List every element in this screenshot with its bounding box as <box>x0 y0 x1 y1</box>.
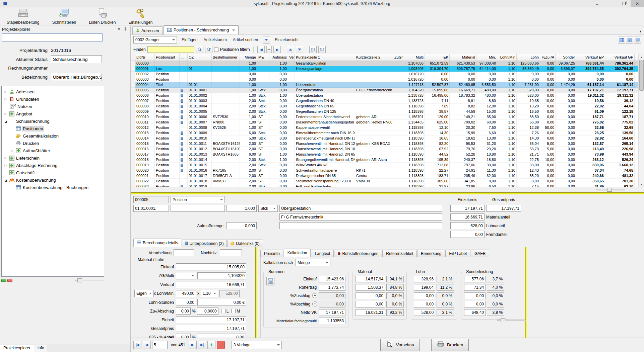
einfuegen-button[interactable]: Einfügen <box>180 37 199 43</box>
move-down-button[interactable] <box>296 46 303 53</box>
p35-pct-field[interactable]: 0,00 <box>176 334 191 338</box>
tree-expander-icon[interactable]: ▷ <box>3 156 8 160</box>
vorlage-combo[interactable]: 3.Vorlage <box>232 341 282 349</box>
tab-adressen[interactable]: Adressen <box>132 26 163 34</box>
p35-field[interactable]: 0,00 <box>197 334 246 338</box>
grid-header-1[interactable]: Positionsart <box>155 54 180 61</box>
kurztext3-field[interactable] <box>279 222 442 229</box>
kalk-pct[interactable]: 11,2 % <box>437 284 454 291</box>
kalk-value[interactable]: 1.503,37 <box>356 284 385 291</box>
table-row[interactable]: 000007Position01.01.00032,00Stck0,00Gege… <box>131 98 638 104</box>
kalk-pct[interactable]: 93,2 % <box>386 309 404 316</box>
zuabschlag-field[interactable]: 0,0000 <box>197 307 218 315</box>
stapelbearbeitung-button[interactable]: Stapelbearbeitung <box>4 8 42 25</box>
m-checkbox[interactable] <box>231 309 236 313</box>
kalk-pct[interactable]: 0,0 % <box>386 301 404 307</box>
kalk-pct[interactable]: 84,8 % <box>386 284 404 291</box>
grid-header-11[interactable]: ZuGr <box>392 54 404 61</box>
tab-erp-label[interactable]: ErP Label <box>445 250 470 257</box>
kurztext2-field[interactable]: F+G Fernwärmetechnik <box>279 213 442 221</box>
tab-positionen-schlussrechnung[interactable]: Positionen - Schlussrechnung ✕ <box>164 25 239 34</box>
kalk-value[interactable]: 0,00 <box>414 301 435 307</box>
resize-icon[interactable]: ↔ <box>590 0 604 7</box>
kalk-value[interactable]: 14.517,94 <box>356 276 385 282</box>
positionen-filtern-checkbox[interactable] <box>214 48 218 52</box>
lohnart-combo[interactable]: Eigen <box>134 290 154 297</box>
table-row[interactable]: 000014Position01.01.00105,00Stck0,00Betr… <box>131 136 638 141</box>
grid-header-2[interactable]: ... <box>180 54 188 61</box>
kalk-summen-value[interactable]: 0,00 <box>319 292 345 299</box>
view-grid-2-button[interactable]: + <box>626 36 633 43</box>
tab-bemerkung[interactable]: Bemerkung <box>417 250 445 257</box>
finden-input[interactable] <box>147 46 194 53</box>
tree-item[interactable]: ▷Abschlags-Rechnung <box>2 162 104 169</box>
dropdown-circle-icon[interactable] <box>312 301 317 306</box>
table-row[interactable]: 000003Position0,000,001,0167200,000,000,… <box>131 77 638 82</box>
table-row[interactable]: 000009Position01.01.00052,00Stck0,00Gege… <box>131 109 638 114</box>
search-down-button[interactable] <box>196 46 203 53</box>
restore-button[interactable] <box>617 0 631 7</box>
tree-item[interactable]: Positionen <box>2 125 104 132</box>
delete-record-button[interactable]: − <box>217 341 225 349</box>
kalk-value[interactable]: 199,04 <box>414 284 435 291</box>
tree-item[interactable]: 0Notizen <box>2 103 104 110</box>
tree-item[interactable]: Kostenüberwachung - Buchungen <box>2 184 104 191</box>
tree-item[interactable]: ▷Adressen <box>2 88 104 95</box>
table-row[interactable]: 000011Position01.01.0007RN8001,00ST0,00B… <box>131 120 638 125</box>
first-record-button[interactable]: |◀ <box>133 341 141 349</box>
tab-berechnungsdetails[interactable]: Berechnungsdetails <box>133 239 181 247</box>
minimize-button[interactable]: — <box>604 0 617 7</box>
close-tab-icon[interactable]: ✕ <box>232 28 235 32</box>
table-row[interactable]: 000004Titel01.011,001,00Heizzentrale1,12… <box>131 82 638 88</box>
outline-collapse-button[interactable] <box>309 46 317 53</box>
kalk-value[interactable]: 0,00 <box>464 292 486 299</box>
grid-header-6[interactable]: ME <box>257 54 269 61</box>
einstellungen-button[interactable]: Einstellungen <box>124 8 156 25</box>
kalk-summen-value[interactable]: 1.773,74 <box>319 284 345 291</box>
grid-header-13[interactable]: EK <box>425 54 450 61</box>
move-up-button[interactable] <box>287 46 294 53</box>
tree-item[interactable]: ◢Kostenüberwachung <box>2 176 104 184</box>
tree-item[interactable]: Gesamtkalkulation <box>2 132 104 140</box>
add-record-button[interactable]: + <box>207 341 215 349</box>
kalk-pct[interactable]: 0,0 % <box>487 301 504 307</box>
grid-header-5[interactable]: Menge <box>240 54 257 61</box>
grid-vscrollbar[interactable]: ▲ ▼ <box>638 54 644 187</box>
tab-projektexplorer[interactable]: Projektexplorer <box>0 345 34 352</box>
kurztext1-field[interactable]: Übergabestation <box>279 205 442 212</box>
kalk-pct[interactable]: 3,7 % <box>487 276 504 282</box>
customer-combo[interactable]: 0002 Gienger <box>133 36 177 43</box>
tab-dateilinks[interactable]: Dateilinks (0) <box>227 240 263 247</box>
nav-prev-button[interactable]: ◀ <box>257 46 265 53</box>
tab-unterpositionen[interactable]: Unterpositionen (2) <box>182 240 227 247</box>
table-row[interactable]: 000017Position01.01.0013BOAXSTH16656,00S… <box>131 152 638 157</box>
kalk-pct[interactable]: 3,1 % <box>437 309 454 316</box>
nav-combo-button[interactable] <box>266 46 272 53</box>
tree-item[interactable]: ◢Schlussrechnung <box>2 117 104 125</box>
grid-header-15[interactable]: Min. <box>476 54 497 61</box>
table-row[interactable]: 000015Position01.01.0011BOAXSTH161252,00… <box>131 141 638 147</box>
table-row[interactable]: 000022Position01.01.0018VMM302,00ST0,00S… <box>131 179 638 184</box>
einkauf-field[interactable]: 15.095,00 <box>176 263 246 270</box>
next-record-button[interactable]: ▶ <box>189 341 197 349</box>
tab-referenzartikel[interactable]: Referenzartikel <box>382 250 417 257</box>
vorschau-button[interactable]: Vorschau <box>380 339 420 351</box>
kalk-pct[interactable]: 0,0 % <box>487 292 504 299</box>
einzelansicht-button[interactable]: Einzelansicht <box>273 37 300 43</box>
tree-expander-icon[interactable]: ◢ <box>3 178 8 182</box>
table-row[interactable]: 000016Position01.01.0012BOAXSTH161002,00… <box>131 147 638 152</box>
oz-field[interactable]: 01.01.0001. <box>133 205 169 212</box>
kalk-pct[interactable]: 4,0 % <box>487 284 504 291</box>
tree-item[interactable]: ▷Grunddaten <box>2 95 104 103</box>
detail-zoom-slider[interactable] <box>497 318 526 322</box>
scroll-up-icon[interactable]: ▲ <box>639 54 644 60</box>
status-field[interactable]: Schlussrechnung <box>51 55 102 63</box>
kalk-summen-value[interactable]: 17.197,71 <box>319 309 345 316</box>
tree-expander-icon[interactable]: ▷ <box>3 112 8 115</box>
grid-header-0[interactable]: LfdNr <box>135 54 155 61</box>
kalk-pct[interactable]: 2,1 % <box>437 276 454 282</box>
table-row[interactable]: 000020Position01.01.0016RK71652,00ST0,00… <box>131 168 638 173</box>
kalk-value[interactable]: 0,00 <box>464 301 486 307</box>
verarbeitung-field[interactable] <box>174 249 194 256</box>
lohnstunden-eur-field[interactable]: 0,00 € <box>197 299 246 306</box>
